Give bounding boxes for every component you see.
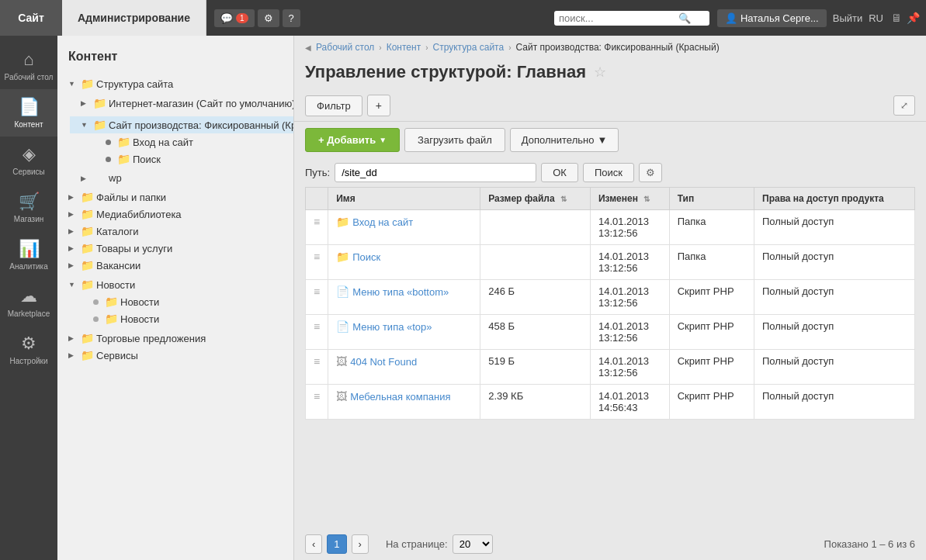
sort-size-icon[interactable]: ⇅ bbox=[560, 195, 567, 203]
tree-label-login: Вход на сайт bbox=[133, 137, 193, 148]
sort-modified-icon[interactable]: ⇅ bbox=[643, 195, 650, 203]
tree-row-news[interactable]: ▼ 📁 Новости bbox=[57, 276, 293, 293]
type-cell: Скрипт PHP bbox=[669, 280, 754, 315]
tree-row-products[interactable]: ▶ 📁 Товары и услуги bbox=[57, 240, 293, 257]
tree-row-production[interactable]: ▼ 📁 Сайт производства: Фиксированный (Кр… bbox=[70, 116, 293, 133]
breadcrumb-link-dashboard[interactable]: Рабочий стол bbox=[316, 42, 374, 53]
sidebar-item-analytics[interactable]: 📊 Аналитика bbox=[0, 231, 57, 278]
sidebar-item-content[interactable]: 📄 Контент bbox=[0, 89, 57, 137]
file-name-link[interactable]: Вход на сайт bbox=[352, 216, 413, 228]
modified-cell: 14.01.201314:56:43 bbox=[590, 385, 669, 420]
col-header-type: Тип bbox=[669, 188, 754, 210]
breadcrumb-link-content[interactable]: Контент bbox=[387, 42, 421, 53]
arrow-files: ▶ bbox=[68, 193, 78, 201]
sidebar-item-marketplace[interactable]: ☁ Marketplace bbox=[0, 278, 57, 326]
per-page-select[interactable]: 20 50 100 bbox=[453, 534, 493, 554]
tree-children-structure: ▶ 📁 Интернет-магазин (Сайт по умолчанию)… bbox=[57, 92, 293, 186]
monitor-icon[interactable]: 🖥 bbox=[891, 12, 902, 24]
pin-icon[interactable]: 📌 bbox=[907, 12, 920, 24]
file-name-link[interactable]: 404 Not Found bbox=[350, 356, 417, 368]
tree-row-news-2[interactable]: 📁 Новости bbox=[70, 310, 293, 327]
tree-row-files[interactable]: ▶ 📁 Файлы и папки bbox=[57, 188, 293, 206]
expand-button[interactable]: ⤢ bbox=[893, 95, 915, 116]
tree-row-offers[interactable]: ▶ 📁 Торговые предложения bbox=[57, 330, 293, 347]
next-page-button[interactable]: › bbox=[352, 534, 369, 554]
home-icon: ⌂ bbox=[23, 50, 33, 70]
notifications-badge: 1 bbox=[236, 13, 248, 23]
user-menu-button[interactable]: 👤 Наталья Серге... bbox=[717, 9, 827, 27]
path-gear-button[interactable]: ⚙ bbox=[639, 163, 662, 182]
tree-row-vacancies[interactable]: ▶ 📁 Вакансии bbox=[57, 257, 293, 274]
breadcrumb-back-icon[interactable]: ◀ bbox=[305, 43, 311, 52]
folder-icon-vacancies: 📁 bbox=[81, 259, 93, 271]
add-button[interactable]: + Добавить ▼ bbox=[305, 128, 400, 152]
breadcrumb-current: Сайт производства: Фиксированный (Красны… bbox=[516, 42, 720, 53]
tree-row-catalogs[interactable]: ▶ 📁 Каталоги bbox=[57, 223, 293, 240]
sidebar-item-shop[interactable]: 🛒 Магазин bbox=[0, 184, 57, 231]
drag-handle[interactable]: ≡ bbox=[314, 390, 320, 403]
tree-row-wp[interactable]: ▶ wp bbox=[70, 170, 293, 186]
bullet-news-2 bbox=[93, 316, 99, 322]
tree-row-structure[interactable]: ▼ 📁 Структура сайта bbox=[57, 75, 293, 92]
file-name-link[interactable]: Меню типа «bottom» bbox=[352, 286, 449, 298]
drag-handle[interactable]: ≡ bbox=[314, 320, 320, 333]
page-header: Управление структурой: Главная ☆ bbox=[294, 59, 926, 90]
tree-row-media[interactable]: ▶ 📁 Медиабиблиотека bbox=[57, 206, 293, 223]
file-name-link[interactable]: Меню типа «top» bbox=[352, 321, 432, 333]
sidebar-item-settings[interactable]: ⚙ Настройки bbox=[0, 326, 57, 373]
path-input[interactable] bbox=[335, 163, 536, 182]
more-button[interactable]: Дополнительно ▼ bbox=[510, 128, 619, 152]
drag-handle[interactable]: ≡ bbox=[314, 285, 320, 298]
tree-row-search[interactable]: 📁 Поиск bbox=[82, 150, 293, 168]
size-cell: 246 Б bbox=[480, 280, 591, 315]
name-cell: 🖼Мебельная компания bbox=[328, 385, 480, 420]
language-button[interactable]: RU bbox=[869, 12, 883, 24]
size-cell bbox=[480, 210, 591, 245]
tree-label-wp: wp bbox=[109, 172, 122, 184]
site-button[interactable]: Сайт bbox=[0, 0, 62, 36]
folder-icon-news: 📁 bbox=[81, 278, 93, 291]
tree-row-news-1[interactable]: 📁 Новости bbox=[70, 293, 293, 310]
top-bar-icons: 💬 1 ⚙ ? bbox=[206, 9, 308, 27]
upload-button[interactable]: Загрузить файл bbox=[404, 128, 505, 152]
filter-button[interactable]: Фильтр bbox=[305, 95, 362, 116]
user-name: Наталья Серге... bbox=[740, 12, 819, 24]
notifications-button[interactable]: 💬 1 bbox=[214, 9, 255, 27]
tree-row-login[interactable]: 📁 Вход на сайт bbox=[82, 133, 293, 150]
sidebar-label-shop: Магазин bbox=[14, 215, 44, 223]
search-icon[interactable]: 🔍 bbox=[678, 12, 691, 24]
table-body: ≡ 📁Вход на сайт 14.01.201313:12:56 Папка… bbox=[306, 210, 915, 420]
access-cell: Полный доступ bbox=[754, 210, 915, 245]
search-input[interactable] bbox=[559, 12, 675, 24]
drag-handle[interactable]: ≡ bbox=[314, 355, 320, 368]
admin-tab[interactable]: Администрирование bbox=[62, 0, 206, 36]
folder-file-icon: 📁 bbox=[336, 251, 349, 263]
current-page-button[interactable]: 1 bbox=[327, 534, 346, 554]
file-name-link[interactable]: Мебельная компания bbox=[350, 391, 450, 403]
help-button[interactable]: ? bbox=[283, 9, 300, 27]
shop-icon: 🛒 bbox=[19, 192, 40, 212]
settings-button[interactable]: ⚙ bbox=[258, 9, 279, 27]
folder-icon-products: 📁 bbox=[81, 242, 93, 254]
drag-handle[interactable]: ≡ bbox=[314, 216, 320, 228]
path-search-button[interactable]: Поиск bbox=[583, 163, 634, 182]
folder-icon-structure: 📁 bbox=[81, 78, 93, 90]
showing-label: Показано 1 – 6 из 6 bbox=[824, 538, 915, 550]
breadcrumb-link-structure[interactable]: Структура сайта bbox=[432, 42, 504, 53]
tree-label-files: Файлы и папки bbox=[96, 192, 166, 203]
arrow-catalogs: ▶ bbox=[68, 227, 78, 235]
bullet-search bbox=[106, 157, 111, 162]
size-cell: 519 Б bbox=[480, 350, 591, 385]
tree-row-internet-shop[interactable]: ▶ 📁 Интернет-магазин (Сайт по умолчанию) bbox=[70, 95, 293, 112]
drag-handle[interactable]: ≡ bbox=[314, 251, 320, 263]
file-name-link[interactable]: Поиск bbox=[352, 251, 380, 263]
tree-row-services-tree[interactable]: ▶ 📁 Сервисы bbox=[57, 347, 293, 364]
sidebar-item-dashboard[interactable]: ⌂ Рабочий стол bbox=[0, 42, 57, 89]
logout-button[interactable]: Выйти bbox=[833, 12, 863, 24]
drag-cell: ≡ bbox=[306, 350, 328, 385]
ok-button[interactable]: ОК bbox=[541, 163, 578, 182]
plus-button[interactable]: + bbox=[367, 95, 390, 116]
sidebar-item-services[interactable]: ◈ Сервисы bbox=[0, 137, 57, 184]
favorite-star-icon[interactable]: ☆ bbox=[594, 64, 606, 81]
prev-page-button[interactable]: ‹ bbox=[305, 534, 322, 554]
